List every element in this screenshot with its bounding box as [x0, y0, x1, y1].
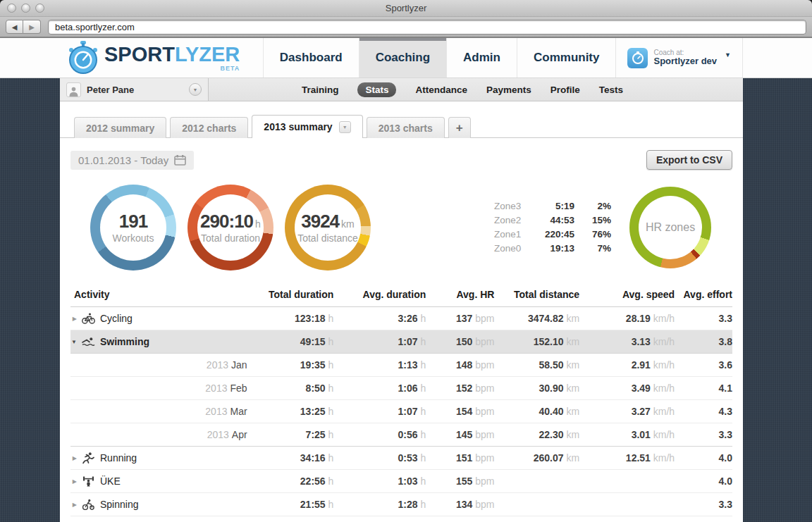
duration-unit: h [255, 218, 261, 230]
subnav-bar: Peter Pane ▼ Training Stats Attendance P… [60, 78, 743, 101]
tab-2013-charts[interactable]: 2013 charts [367, 117, 445, 138]
expand-caret-icon[interactable]: ▶ [70, 316, 77, 322]
expand-caret-icon[interactable]: ▶ [70, 455, 77, 461]
collapse-caret-icon[interactable]: ▼ [70, 339, 77, 345]
zone-time: 44:53 [531, 213, 574, 228]
tabs-band: 2012 summary 2012 charts 2013 summary ▼ … [60, 101, 743, 138]
coach-stopwatch-icon [627, 48, 648, 68]
calendar-icon [174, 155, 186, 166]
hr-zones-donut-chart: HR zones [629, 187, 711, 268]
expand-caret-icon[interactable]: ▶ [70, 478, 77, 485]
stopwatch-logo-icon [66, 40, 100, 75]
duration-label: Total duration [201, 232, 260, 244]
window-title: Sportlyzer [386, 3, 427, 13]
zone-name: Zone3 [494, 199, 531, 213]
logo-wordmark: SPORTLYZER BETA [104, 44, 240, 72]
header-avg-hr[interactable]: Avg. HR [426, 282, 494, 307]
stats-table: Activity Total duration Avg. duration Av… [70, 282, 732, 516]
header-total-distance[interactable]: Total distance [494, 282, 579, 307]
strength-training-icon [82, 476, 95, 487]
close-window-icon[interactable] [7, 4, 16, 13]
nav-item-admin[interactable]: Admin [446, 38, 517, 77]
hr-zone-row: Zone2 44:53 15% [494, 213, 611, 228]
workouts-value: 191 [119, 212, 147, 230]
hr-zone-row: Zone3 5:19 2% [494, 199, 611, 213]
url-bar: ◀ ▶ beta.sportlyzer.com [0, 17, 812, 38]
subnav-item-training[interactable]: Training [302, 85, 339, 95]
distance-unit: km [341, 218, 355, 230]
table-row-running[interactable]: ▶ Running 34:16 h 0:53 h 151 bpm 260.07 … [70, 447, 732, 470]
header-avg-speed[interactable]: Avg. speed [579, 282, 675, 307]
summary-donuts-row: 191 Workouts 290:10h Total duration 3924… [70, 179, 732, 276]
header-avg-effort[interactable]: Avg. effort [675, 282, 732, 307]
subnav-item-stats[interactable]: Stats [357, 82, 396, 97]
person-icon [66, 82, 81, 97]
zone-time: 5:19 [531, 199, 574, 213]
hr-zones-label: HR zones [646, 221, 695, 234]
table-row-2013-mar[interactable]: 2013Mar 13:25 h 1:07 h 154 bpm 40.40 km … [70, 400, 732, 423]
date-range-label: 01.01.2013 - Today [78, 154, 168, 166]
minimize-window-icon[interactable] [21, 4, 30, 13]
subnav-item-tests[interactable]: Tests [599, 85, 623, 95]
table-row-spinning[interactable]: ▶ Spinning 21:55 h 1:28 h 134 bpm 3.3 [70, 493, 732, 516]
cycling-icon [82, 313, 95, 324]
subnav-item-profile[interactable]: Profile [550, 85, 580, 95]
hr-zone-row: Zone0 19:13 7% [494, 242, 611, 256]
address-input[interactable]: beta.sportlyzer.com [48, 20, 806, 35]
hr-zones-legend: Zone3 5:19 2% Zone2 44:53 15% Zone1 220:… [494, 199, 611, 256]
traffic-lights[interactable] [7, 4, 44, 13]
tab-label: 2013 summary [264, 121, 332, 132]
table-row-2013-apr[interactable]: 2013Apr 7:25 h 0:56 h 145 bpm 22.30 km 3… [70, 423, 732, 447]
sportlyzer-logo[interactable]: SPORTLYZER BETA [66, 38, 240, 77]
table-row-cycling[interactable]: ▶ Cycling 123:18 h 3:26 h 137 bpm 3474.8… [70, 307, 732, 330]
date-range-picker[interactable]: 01.01.2013 - Today [70, 151, 194, 170]
nav-item-community[interactable]: Community [517, 38, 616, 77]
subnav-item-payments[interactable]: Payments [486, 85, 531, 95]
nav-item-dashboard[interactable]: Dashboard [263, 38, 359, 77]
url-text: beta.sportlyzer.com [55, 22, 135, 32]
table-row-2013-feb[interactable]: 2013Feb 8:50 h 1:06 h 152 bpm 30.90 km 3… [70, 377, 732, 400]
zone-time: 19:13 [531, 242, 574, 256]
forward-button[interactable]: ▶ [23, 20, 41, 34]
table-header-row: Activity Total duration Avg. duration Av… [70, 282, 732, 307]
expand-caret-icon[interactable]: ▶ [70, 502, 77, 508]
tab-dropdown-icon[interactable]: ▼ [339, 121, 351, 133]
zoom-window-icon[interactable] [35, 4, 44, 13]
swimming-icon [82, 336, 95, 347]
coach-selector[interactable]: Coach at: Sportlyzer dev ▼ [615, 38, 743, 77]
subnav-item-attendance[interactable]: Attendance [415, 85, 467, 95]
table-row-2013-jan[interactable]: 2013Jan 19:35 h 1:13 h 148 bpm 58.50 km … [70, 354, 732, 377]
tab-2012-charts[interactable]: 2012 charts [170, 117, 248, 138]
activity-name: Spinning [100, 499, 139, 510]
table-row-swimming[interactable]: ▼ Swimming 49:15 h 1:07 h 150 bpm 152.10… [70, 330, 732, 354]
add-tab-button[interactable]: + [448, 117, 471, 138]
main-nav: Dashboard Coaching Admin Community Coach… [263, 38, 743, 77]
subnav-items: Training Stats Attendance Payments Profi… [302, 78, 743, 101]
hr-zone-row: Zone1 220:45 76% [494, 228, 611, 242]
table-row-uke[interactable]: ▶ ÜKE 22:56 h 1:03 h 155 bpm 4.0 [70, 470, 732, 493]
athlete-name: Peter Pane [87, 85, 134, 95]
duration-value: 290:10 [200, 211, 253, 232]
tab-2012-summary[interactable]: 2012 summary [74, 117, 166, 138]
zone-time: 220:45 [531, 228, 574, 242]
export-csv-button[interactable]: Export to CSV [646, 150, 732, 170]
header-avg-duration[interactable]: Avg. duration [333, 282, 426, 307]
browser-window: Sportlyzer ◀ ▶ beta.sportlyzer.com [0, 0, 812, 522]
header-activity[interactable]: Activity [70, 282, 247, 307]
athlete-dropdown-icon[interactable]: ▼ [189, 83, 202, 96]
total-distance-donut-chart: 3924km Total distance [285, 185, 371, 271]
coach-dropdown-caret-icon: ▼ [725, 51, 731, 58]
running-icon [82, 452, 95, 464]
header-total-duration[interactable]: Total duration [247, 282, 334, 307]
workouts-donut-chart: 191 Workouts [90, 185, 176, 271]
activity-name: Swimming [100, 336, 149, 347]
site-header: SPORTLYZER BETA Dashboard Coaching Admin… [0, 38, 812, 78]
back-button[interactable]: ◀ [6, 20, 23, 34]
total-duration-donut-chart: 290:10h Total duration [187, 185, 273, 271]
tab-2013-summary[interactable]: 2013 summary ▼ [252, 115, 362, 138]
spinning-icon [82, 499, 95, 510]
zone-name: Zone0 [494, 242, 531, 256]
athlete-selector[interactable]: Peter Pane ▼ [60, 78, 209, 101]
nav-item-coaching[interactable]: Coaching [359, 38, 446, 77]
toolbar: 01.01.2013 - Today Export to CSV [70, 150, 732, 170]
